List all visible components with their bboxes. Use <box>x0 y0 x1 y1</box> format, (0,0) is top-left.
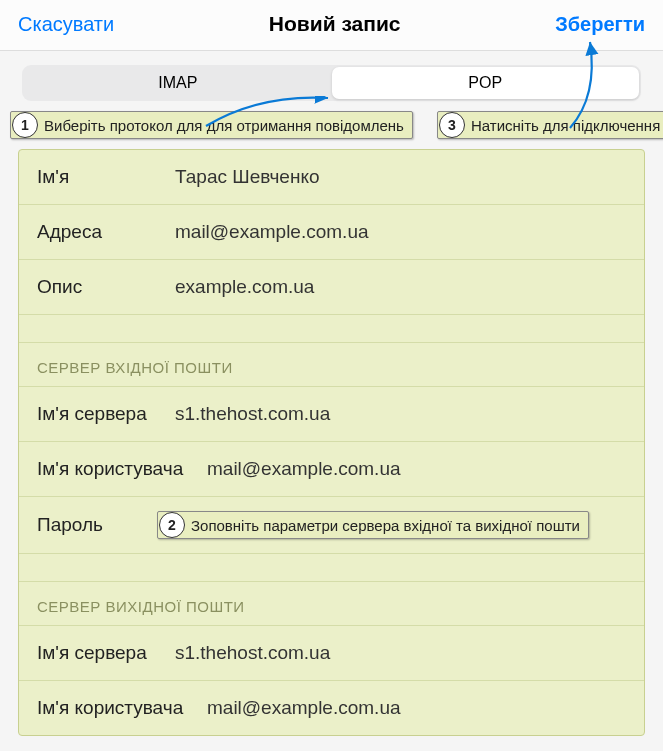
segment-pop[interactable]: POP <box>332 67 640 99</box>
row-address[interactable]: Адреса mail@example.com.ua <box>19 205 644 260</box>
callout-1-number: 1 <box>12 112 38 138</box>
callout-1: 1 Виберіть протокол для для отримання по… <box>10 111 413 139</box>
callout-1-text: Виберіть протокол для для отримання пові… <box>42 117 412 134</box>
segment-imap[interactable]: IMAP <box>24 67 332 99</box>
account-form: Ім'я Тарас Шевченко Адреса mail@example.… <box>18 149 645 736</box>
page-title: Новий запис <box>269 12 401 36</box>
section-gap-2 <box>19 554 644 582</box>
incoming-user-value[interactable]: mail@example.com.ua <box>207 458 626 480</box>
incoming-section-header: СЕРВЕР ВХІДНОЇ ПОШТИ <box>19 343 644 387</box>
outgoing-user-value[interactable]: mail@example.com.ua <box>207 697 626 719</box>
callout-2-number: 2 <box>159 512 185 538</box>
row-outgoing-host[interactable]: Ім'я сервера s1.thehost.com.ua <box>19 626 644 681</box>
address-label: Адреса <box>37 221 175 243</box>
row-name[interactable]: Ім'я Тарас Шевченко <box>19 150 644 205</box>
address-value[interactable]: mail@example.com.ua <box>175 221 626 243</box>
row-outgoing-user[interactable]: Ім'я користувача mail@example.com.ua <box>19 681 644 735</box>
modal-header: Скасувати Новий запис Зберегти <box>0 0 663 51</box>
incoming-host-label: Ім'я сервера <box>37 403 175 425</box>
row-description[interactable]: Опис example.com.ua <box>19 260 644 315</box>
callout-2: 2 Зоповніть параметри сервера вхідної та… <box>157 511 589 539</box>
incoming-user-label: Ім'я користувача <box>37 458 207 480</box>
name-value[interactable]: Тарас Шевченко <box>175 166 626 188</box>
cancel-button[interactable]: Скасувати <box>18 13 114 36</box>
callout-3: 3 Натисніть для підключення <box>437 111 663 139</box>
description-value[interactable]: example.com.ua <box>175 276 626 298</box>
incoming-password-label: Пароль <box>37 514 157 536</box>
callout-3-text: Натисніть для підключення <box>469 117 663 134</box>
protocol-segment-wrap: IMAP POP <box>0 51 663 111</box>
outgoing-host-value[interactable]: s1.thehost.com.ua <box>175 642 626 664</box>
row-incoming-host[interactable]: Ім'я сервера s1.thehost.com.ua <box>19 387 644 442</box>
section-gap-1 <box>19 315 644 343</box>
save-button[interactable]: Зберегти <box>555 13 645 36</box>
row-incoming-user[interactable]: Ім'я користувача mail@example.com.ua <box>19 442 644 497</box>
incoming-host-value[interactable]: s1.thehost.com.ua <box>175 403 626 425</box>
outgoing-section-header: СЕРВЕР ВИХІДНОЇ ПОШТИ <box>19 582 644 626</box>
outgoing-host-label: Ім'я сервера <box>37 642 175 664</box>
row-incoming-password[interactable]: Пароль 2 Зоповніть параметри сервера вхі… <box>19 497 644 554</box>
description-label: Опис <box>37 276 175 298</box>
callout-3-number: 3 <box>439 112 465 138</box>
protocol-segmented-control: IMAP POP <box>22 65 641 101</box>
callouts-row: 1 Виберіть протокол для для отримання по… <box>0 111 663 149</box>
name-label: Ім'я <box>37 166 175 188</box>
outgoing-user-label: Ім'я користувача <box>37 697 207 719</box>
callout-2-text: Зоповніть параметри сервера вхідної та в… <box>189 517 588 534</box>
